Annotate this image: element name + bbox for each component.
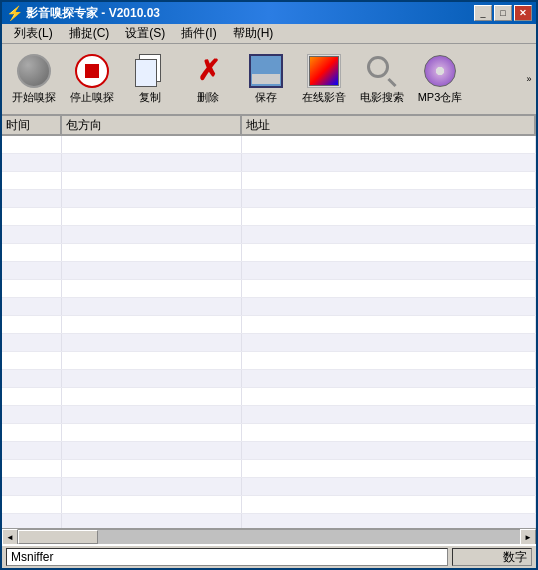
cell-address xyxy=(242,280,536,297)
cell-time xyxy=(2,190,62,207)
table-row[interactable] xyxy=(2,334,536,352)
app-icon: ⚡ xyxy=(6,5,22,21)
table-row[interactable] xyxy=(2,406,536,424)
cell-address xyxy=(242,208,536,225)
table-row[interactable] xyxy=(2,136,536,154)
table-row[interactable] xyxy=(2,496,536,514)
cell-direction xyxy=(62,424,242,441)
minimize-button[interactable]: _ xyxy=(474,5,492,21)
status-right: 数字 xyxy=(452,548,532,566)
mp3-label: MP3仓库 xyxy=(418,91,463,104)
cell-direction xyxy=(62,388,242,405)
table-body xyxy=(2,136,536,528)
scroll-thumb[interactable] xyxy=(18,530,98,544)
cell-address xyxy=(242,172,536,189)
content-area: 时间 包方向 地址 xyxy=(2,116,536,528)
cell-address xyxy=(242,460,536,477)
cell-address xyxy=(242,388,536,405)
close-button[interactable]: ✕ xyxy=(514,5,532,21)
movie-search-icon xyxy=(364,53,400,89)
toolbar-overflow[interactable]: » xyxy=(522,44,536,114)
scroll-left-button[interactable]: ◄ xyxy=(2,529,18,545)
menu-settings[interactable]: 设置(S) xyxy=(117,23,173,44)
start-sniff-button[interactable]: 开始嗅探 xyxy=(6,47,62,111)
table-row[interactable] xyxy=(2,244,536,262)
cell-time xyxy=(2,136,62,153)
table-row[interactable] xyxy=(2,262,536,280)
cell-time xyxy=(2,352,62,369)
movie-search-label: 电影搜索 xyxy=(360,91,404,104)
scroll-right-button[interactable]: ► xyxy=(520,529,536,545)
delete-icon: ✗ xyxy=(190,53,226,89)
movie-search-button[interactable]: 电影搜索 xyxy=(354,47,410,111)
status-right-text: 数字 xyxy=(503,549,527,566)
cell-address xyxy=(242,352,536,369)
title-buttons: _ □ ✕ xyxy=(474,5,532,21)
cell-direction xyxy=(62,334,242,351)
table-row[interactable] xyxy=(2,154,536,172)
scroll-track[interactable] xyxy=(18,530,520,544)
online-music-icon xyxy=(306,53,342,89)
cell-time xyxy=(2,154,62,171)
save-icon xyxy=(248,53,284,89)
cell-time xyxy=(2,514,62,528)
cell-address xyxy=(242,136,536,153)
col-header-direction: 包方向 xyxy=(62,116,242,134)
restore-button[interactable]: □ xyxy=(494,5,512,21)
table-row[interactable] xyxy=(2,172,536,190)
mp3-button[interactable]: MP3仓库 xyxy=(412,47,468,111)
cell-time xyxy=(2,316,62,333)
cell-time xyxy=(2,496,62,513)
cell-time xyxy=(2,406,62,423)
table-row[interactable] xyxy=(2,370,536,388)
status-bar: Msniffer 数字 xyxy=(2,544,536,568)
table-row[interactable] xyxy=(2,388,536,406)
table-row[interactable] xyxy=(2,316,536,334)
menu-plugins[interactable]: 插件(I) xyxy=(173,23,224,44)
table-row[interactable] xyxy=(2,208,536,226)
save-button[interactable]: 保存 xyxy=(238,47,294,111)
copy-button[interactable]: 复制 xyxy=(122,47,178,111)
cell-address xyxy=(242,262,536,279)
cell-time xyxy=(2,460,62,477)
cell-address xyxy=(242,190,536,207)
cell-time xyxy=(2,442,62,459)
cell-time xyxy=(2,424,62,441)
table-row[interactable] xyxy=(2,298,536,316)
cell-direction xyxy=(62,244,242,261)
table-row[interactable] xyxy=(2,442,536,460)
menu-help[interactable]: 帮助(H) xyxy=(225,23,282,44)
cell-direction xyxy=(62,478,242,495)
table-row[interactable] xyxy=(2,460,536,478)
cell-direction xyxy=(62,298,242,315)
cell-time xyxy=(2,262,62,279)
table-row[interactable] xyxy=(2,424,536,442)
table-row[interactable] xyxy=(2,352,536,370)
stop-sniff-button[interactable]: 停止嗅探 xyxy=(64,47,120,111)
menu-capture[interactable]: 捕捉(C) xyxy=(61,23,118,44)
cell-direction xyxy=(62,262,242,279)
table-row[interactable] xyxy=(2,226,536,244)
horizontal-scrollbar[interactable]: ◄ ► xyxy=(2,528,536,544)
delete-button[interactable]: ✗ 删除 xyxy=(180,47,236,111)
cell-direction xyxy=(62,460,242,477)
copy-icon xyxy=(132,53,168,89)
cell-direction xyxy=(62,496,242,513)
overflow-icon: » xyxy=(526,75,531,84)
stop-sniff-icon xyxy=(74,53,110,89)
cell-time xyxy=(2,388,62,405)
menu-list[interactable]: 列表(L) xyxy=(6,23,61,44)
cell-address xyxy=(242,154,536,171)
cell-time xyxy=(2,244,62,261)
table-row[interactable] xyxy=(2,514,536,528)
online-music-button[interactable]: 在线影音 xyxy=(296,47,352,111)
cell-address xyxy=(242,226,536,243)
table-row[interactable] xyxy=(2,478,536,496)
cell-direction xyxy=(62,172,242,189)
table-row[interactable] xyxy=(2,190,536,208)
cell-direction xyxy=(62,280,242,297)
cell-direction xyxy=(62,514,242,528)
main-window: ⚡ 影音嗅探专家 - V2010.03 _ □ ✕ 列表(L) 捕捉(C) 设置… xyxy=(0,0,538,570)
cell-address xyxy=(242,334,536,351)
table-row[interactable] xyxy=(2,280,536,298)
